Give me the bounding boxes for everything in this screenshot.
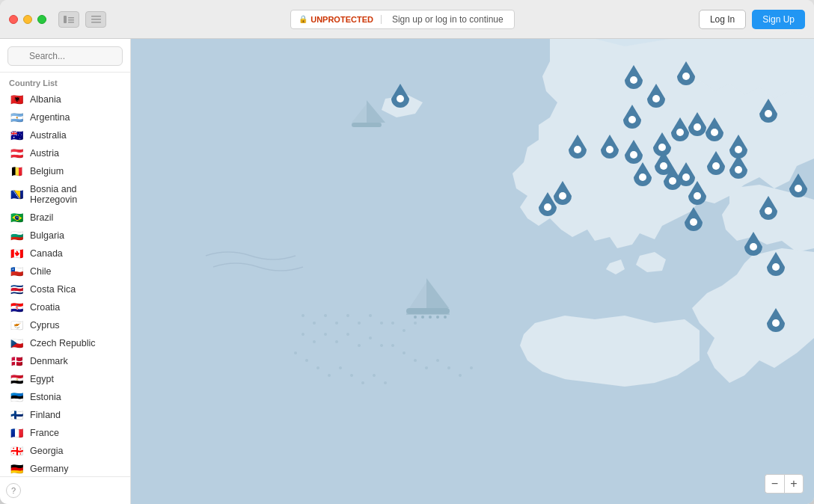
search-container: 🔍 [0, 39, 130, 73]
svg-point-84 [397, 95, 404, 102]
svg-point-63 [682, 73, 690, 80]
titlebar-icon-group [58, 11, 106, 28]
svg-point-16 [335, 340, 338, 343]
country-item[interactable]: 🇫🇮 Finland [0, 406, 130, 424]
svg-point-73 [765, 207, 772, 215]
help-button[interactable]: ? [6, 483, 21, 498]
country-flag: 🇪🇪 [9, 392, 24, 402]
login-button[interactable]: Log In [699, 10, 746, 29]
country-name: Bulgaria [30, 230, 64, 241]
country-name: Albania [30, 94, 61, 105]
country-item[interactable]: 🇨🇿 Czech Republic [0, 334, 130, 352]
zoom-out-button[interactable]: − [765, 474, 784, 494]
country-flag: 🇦🇺 [9, 130, 24, 141]
maximize-button[interactable] [37, 15, 46, 24]
svg-point-74 [750, 243, 757, 251]
country-item[interactable]: 🇫🇷 France [0, 424, 130, 442]
country-item[interactable]: 🇭🇷 Croatia [0, 298, 130, 316]
svg-point-77 [544, 203, 551, 211]
svg-point-51 [414, 316, 417, 319]
country-item[interactable]: 🇦🇷 Argentina [0, 108, 130, 126]
country-item[interactable]: 🇪🇪 Estonia [0, 388, 130, 406]
svg-point-12 [346, 314, 349, 317]
country-item[interactable]: 🇨🇦 Canada [0, 245, 130, 262]
country-flag: 🇪🇬 [9, 374, 24, 384]
svg-point-10 [324, 314, 327, 317]
minimize-button[interactable] [23, 15, 32, 24]
signup-button[interactable]: Sign Up [752, 10, 805, 29]
svg-point-70 [712, 162, 720, 170]
country-flag: 🇧🇪 [9, 166, 24, 176]
country-flag: 🇦🇱 [9, 94, 24, 105]
menu-button[interactable] [85, 11, 106, 28]
svg-point-82 [735, 166, 742, 173]
country-name: Bosnia and Herzegovin [30, 184, 121, 205]
country-item[interactable]: 🇩🇰 Denmark [0, 352, 130, 370]
svg-point-33 [459, 374, 462, 377]
sidebar-toggle-button[interactable] [58, 11, 79, 28]
lock-icon: 🔒 [299, 15, 307, 23]
country-item[interactable]: 🇩🇪 Germany [0, 460, 130, 476]
country-name: Czech Republic [30, 338, 96, 348]
hamburger-icon [91, 16, 101, 23]
country-flag: 🇧🇷 [9, 212, 24, 223]
svg-point-23 [380, 344, 383, 347]
svg-point-71 [735, 146, 742, 153]
svg-point-64 [658, 144, 666, 151]
map-svg [131, 39, 814, 504]
sidebar-icon [64, 16, 74, 23]
titlebar: 🔒 UNPROTECTED Sign up or log in to conti… [0, 0, 814, 39]
search-input[interactable] [7, 46, 123, 66]
country-name: Belgium [30, 166, 64, 176]
svg-point-28 [403, 351, 406, 354]
svg-point-58 [606, 146, 613, 153]
svg-point-36 [305, 359, 308, 362]
sidebar: 🔍 Country List 🇦🇱 Albania 🇦🇷 Argentina 🇦… [0, 39, 131, 504]
svg-point-31 [436, 359, 439, 362]
country-flag: 🇩🇪 [9, 464, 24, 474]
country-item[interactable]: 🇦🇱 Albania [0, 90, 130, 108]
svg-point-59 [630, 151, 637, 159]
country-item[interactable]: 🇧🇪 Belgium [0, 162, 130, 180]
svg-point-27 [391, 344, 394, 347]
svg-point-56 [574, 146, 581, 153]
country-flag: 🇭🇷 [9, 302, 24, 313]
zoom-in-button[interactable]: + [784, 474, 804, 494]
country-item[interactable]: 🇧🇷 Brazil [0, 209, 130, 227]
svg-rect-6 [91, 22, 101, 23]
country-flag: 🇫🇮 [9, 410, 24, 420]
svg-point-21 [358, 344, 361, 347]
svg-point-37 [316, 366, 319, 369]
svg-point-81 [669, 177, 676, 185]
svg-point-35 [294, 351, 297, 354]
country-item[interactable]: 🇦🇺 Australia [0, 126, 130, 144]
svg-point-55 [444, 316, 447, 319]
country-item[interactable]: 🇧🇬 Bulgaria [0, 227, 130, 245]
country-item[interactable]: 🇧🇦 Bosnia and Herzegovin [0, 180, 130, 209]
search-wrapper: 🔍 [7, 46, 123, 66]
country-flag: 🇦🇹 [9, 148, 24, 159]
country-item[interactable]: 🇬🇪 Georgia [0, 442, 130, 460]
svg-point-20 [380, 322, 383, 325]
svg-point-8 [302, 314, 305, 317]
svg-point-66 [639, 173, 646, 181]
svg-rect-46 [352, 123, 382, 127]
svg-point-42 [373, 374, 376, 377]
svg-point-75 [772, 263, 780, 271]
close-button[interactable] [9, 15, 18, 24]
svg-rect-49 [406, 308, 450, 314]
svg-point-53 [429, 316, 432, 319]
country-item[interactable]: 🇨🇱 Chile [0, 262, 130, 280]
country-item[interactable]: 🇨🇾 Cyprus [0, 316, 130, 334]
country-item[interactable]: 🇦🇹 Austria [0, 144, 130, 162]
country-flag: 🇨🇷 [9, 284, 24, 295]
country-item[interactable]: 🇨🇷 Costa Rica [0, 280, 130, 298]
svg-point-60 [628, 116, 636, 123]
country-name: Costa Rica [30, 284, 76, 295]
country-item[interactable]: 🇪🇬 Egypt [0, 370, 130, 388]
svg-rect-2 [68, 19, 74, 21]
svg-point-25 [403, 329, 406, 332]
svg-point-72 [765, 110, 772, 117]
country-name: France [30, 428, 59, 438]
country-flag: 🇫🇷 [9, 428, 24, 438]
